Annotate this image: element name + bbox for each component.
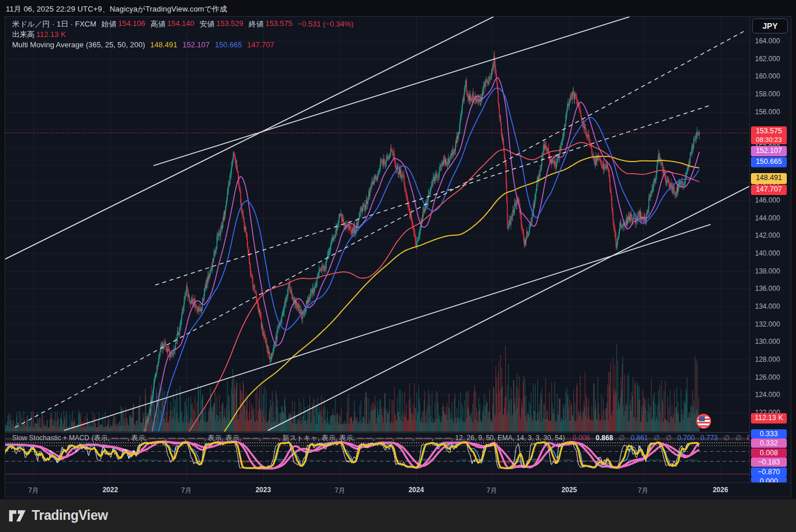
indicator-value: 0.008 (573, 434, 590, 442)
price-tick-label: 132.000 (755, 320, 780, 328)
ohlc-field-value: 154.140 (167, 19, 195, 29)
ohlc-field-value: 154.106 (118, 19, 145, 29)
indicator-value: 0.773 (700, 434, 717, 442)
price-badge: 153.57508:30:23 (751, 126, 787, 144)
indicator-value: ∅ (735, 434, 741, 442)
price-tick-label: 162.000 (755, 55, 780, 63)
price-badge-value: 150.665 (751, 158, 787, 166)
mma-value: 148.491 (150, 40, 177, 49)
time-tick-label: 2022 (103, 486, 118, 494)
time-tick-label: 2023 (256, 486, 271, 494)
price-badge-value: 0.000 (751, 477, 787, 482)
price-tick-label: 140.000 (755, 249, 780, 257)
time-tick-label: 7月 (28, 486, 39, 496)
symbol-legend: 米ドル／円 · 1日 · FXCM 始値154.106高値154.140安値15… (12, 19, 354, 50)
price-tick-label: 124.000 (755, 391, 780, 399)
price-tick-label: 144.000 (755, 214, 780, 222)
price-tick-label: 128.000 (755, 355, 780, 364)
price-badge: 147.707 (751, 185, 787, 195)
ohlc-field-label: 終値 (249, 19, 264, 29)
time-tick-label: 2025 (562, 486, 577, 494)
chart-widget: 米ドル／円 · 1日 · FXCM 始値154.106高値154.140安値15… (5, 16, 791, 497)
ohlc-fields: 始値154.106高値154.140安値153.529終値153.575 (96, 19, 293, 29)
price-tick-label: 142.000 (755, 231, 780, 239)
price-badge-value: 148.491 (751, 174, 787, 182)
price-badge: 0.333 (751, 429, 787, 439)
mma-row[interactable]: Multi Moving Average (365, 25, 50, 200) … (12, 40, 354, 50)
price-tick-label: 130.000 (755, 338, 780, 346)
volume-row[interactable]: 出来高 112.13 K (12, 29, 354, 39)
price-tick-label: 146.000 (755, 196, 780, 204)
price-tick-label: 160.000 (755, 72, 780, 80)
mma-value: 152.107 (182, 40, 210, 49)
price-badge: 148.491 (751, 173, 787, 184)
volume-label: 出来高 (12, 29, 35, 40)
symbol-row[interactable]: 米ドル／円 · 1日 · FXCM 始値154.106高値154.140安値15… (12, 19, 354, 29)
price-tick-label: 126.000 (755, 373, 780, 381)
indicator-value: ∅ (654, 434, 660, 442)
indicator-legend[interactable]: Slow Stochastic + MACD(表示, — —, 表示, — —,… (12, 433, 776, 443)
price-badge-value: 0.332 (751, 439, 787, 448)
volume-value: 112.13 K (36, 30, 66, 39)
mma-values: 148.491152.107150.665147.707 (145, 40, 274, 49)
ohlc-field-value: 153.575 (266, 19, 293, 29)
time-tick-label: 2024 (409, 486, 424, 494)
price-badge-value: 0.333 (751, 430, 787, 439)
price-tick-label: 164.000 (755, 37, 780, 45)
mma-value: 150.665 (215, 40, 242, 49)
time-axis[interactable]: 7月20227月20237月20247月20257月2026 (5, 482, 791, 497)
price-badge: 150.665 (751, 157, 787, 167)
price-badge: 0.000 (751, 477, 787, 482)
time-tick-label: 7月 (487, 486, 498, 496)
brand-name[interactable]: TradingView (32, 508, 108, 523)
indicator-value: 0.868 (596, 434, 613, 442)
price-tick-label: 158.000 (755, 90, 780, 98)
price-badge-value: 153.575 (751, 127, 787, 136)
footer-bar: TradingView (0, 499, 796, 532)
time-tick-label: 7月 (638, 486, 649, 496)
time-tick-label: 2026 (713, 486, 728, 494)
price-badge-countdown: 08:30:23 (751, 136, 787, 144)
mma-value: 147.707 (247, 40, 274, 49)
price-badge: −0.183 (751, 458, 787, 467)
indicator-values: 0.0080.868∅0.861∅∅0.7000.773∅∅0.332… (569, 434, 773, 442)
price-badge-value: 112.13 K (751, 414, 787, 422)
price-badge-value: 147.707 (751, 185, 787, 194)
creation-caption: 11月 06, 2025 22:29 UTC+9、NagicyaがTrading… (6, 4, 227, 14)
tradingview-logo-icon[interactable] (8, 508, 27, 523)
indicator-value: 0.861 (631, 434, 648, 442)
time-tick-label: 7月 (335, 486, 346, 496)
mma-title: Multi Moving Average (365, 25, 50, 200) (12, 40, 145, 49)
price-badge-value: 152.107 (751, 147, 787, 155)
price-axis[interactable]: JPY 164.000162.000160.000158.000156.0001… (749, 17, 791, 482)
indicator-value: ∅ (666, 434, 671, 442)
ohlc-field-label: 高値 (151, 19, 166, 29)
page: 11月 06, 2025 22:29 UTC+9、NagicyaがTrading… (0, 0, 796, 532)
price-badge-value: −0.870 (751, 468, 787, 477)
indicator-params: (表示, — —, 表示, — —, — —, — —, 表示, 表示, — —… (92, 434, 565, 442)
price-chart-canvas[interactable] (5, 17, 749, 482)
indicator-value: ∅ (724, 434, 730, 442)
ohlc-field-value: 153.529 (216, 19, 244, 29)
price-badge-value: −0.183 (751, 458, 787, 467)
us-economic-event-icon[interactable] (696, 414, 711, 429)
change-value: −0.531 (−0.34%) (298, 20, 354, 28)
price-tick-label: 134.000 (755, 302, 780, 310)
price-badge: −0.870 (751, 467, 787, 477)
price-tick-label: 156.000 (755, 108, 780, 116)
us-flag-canton (699, 417, 705, 421)
price-badge: 152.107 (751, 146, 787, 156)
currency-toggle-button[interactable]: JPY (752, 18, 788, 33)
indicator-value: ∅ (619, 434, 625, 442)
symbol-title: 米ドル／円 · 1日 · FXCM (12, 19, 96, 29)
price-badge: 112.13 K (751, 413, 787, 424)
price-badge: 0.008 (751, 448, 787, 458)
indicator-value: 0.700 (677, 434, 694, 442)
price-badge-value: 0.008 (751, 449, 787, 458)
ohlc-field-label: 安値 (200, 19, 215, 29)
ohlc-field-label: 始値 (102, 19, 117, 29)
price-badge: 0.332 (751, 439, 787, 448)
indicator-title: Slow Stochastic + MACD (12, 434, 89, 442)
time-tick-label: 7月 (181, 486, 192, 496)
price-tick-label: 136.000 (755, 284, 780, 293)
